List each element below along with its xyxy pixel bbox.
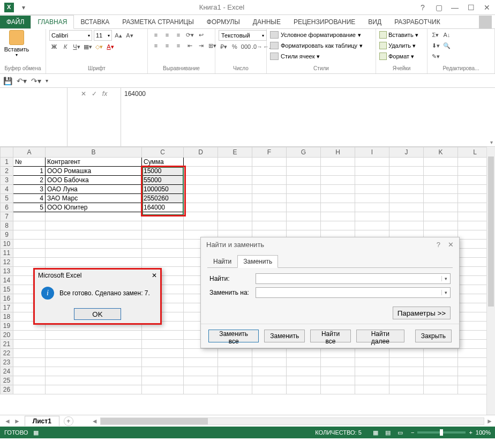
tab-layout[interactable]: РАЗМЕТКА СТРАНИЦЫ [116, 16, 200, 28]
cell[interactable]: 2 [13, 176, 46, 185]
tab-review[interactable]: РЕЦЕНЗИРОВАНИЕ [287, 16, 362, 28]
sheet-nav-next-icon[interactable]: ► [14, 417, 20, 425]
tab-home[interactable]: ГЛАВНАЯ [31, 15, 74, 29]
row-header[interactable]: 11 [1, 249, 13, 258]
col-header[interactable]: K [424, 147, 458, 158]
qat-customize-icon[interactable]: ▾ [46, 78, 48, 84]
name-box[interactable] [0, 88, 68, 146]
underline-button[interactable]: Ч▾ [72, 42, 81, 51]
sheet-tab[interactable]: Лист1 [25, 416, 59, 426]
fr-tab-replace[interactable]: Заменить [237, 255, 278, 268]
row-header[interactable]: 22 [1, 349, 13, 358]
cell[interactable]: ООО Юпитер [46, 203, 142, 212]
conditional-format-button[interactable]: Условное форматирование▾ [270, 30, 372, 40]
undo-icon[interactable]: ↶▾ [17, 77, 27, 85]
align-top-icon[interactable]: ≡ [151, 30, 161, 40]
find-icon[interactable]: 🔍 [442, 41, 452, 50]
cell[interactable]: ЗАО Марс [46, 194, 142, 203]
tab-view[interactable]: ВИД [362, 16, 388, 28]
row-header[interactable]: 14 [1, 276, 13, 285]
fx-icon[interactable]: fx [102, 90, 107, 98]
row-header[interactable]: 18 [1, 312, 13, 322]
col-header[interactable]: E [218, 147, 252, 158]
col-header[interactable]: C [142, 147, 184, 158]
row-header[interactable]: 6 [1, 203, 13, 212]
replace-dropdown-icon[interactable]: ▾ [441, 290, 450, 295]
row-header[interactable]: 8 [1, 221, 13, 230]
zoom-in-icon[interactable]: + [469, 429, 472, 436]
tab-developer[interactable]: РАЗРАБОТЧИК [388, 16, 447, 28]
cell[interactable]: 4 [13, 194, 46, 203]
font-name-select[interactable]: Calibri▾ [49, 30, 92, 41]
col-header[interactable]: D [184, 147, 218, 158]
qat-dropdown[interactable]: ▾ [18, 2, 29, 13]
italic-button[interactable]: К [61, 42, 70, 51]
align-right-icon[interactable]: ≡ [174, 41, 183, 50]
cell[interactable]: ОАО Луна [46, 185, 142, 194]
view-layout-icon[interactable]: ▤ [382, 429, 393, 436]
format-cells-button[interactable]: Формат▾ [379, 51, 424, 61]
border-button[interactable]: ▦▾ [83, 42, 93, 51]
increase-font-icon[interactable]: A▴ [114, 31, 123, 40]
cell[interactable]: Контрагент [46, 158, 142, 167]
row-header[interactable]: 21 [1, 340, 13, 349]
wrap-icon[interactable]: ↩ [196, 30, 206, 40]
row-header[interactable]: 12 [1, 258, 13, 267]
user-avatar[interactable] [479, 16, 492, 28]
paste-button[interactable]: Вставить▾ [3, 30, 30, 57]
col-header[interactable]: H [321, 147, 355, 158]
replace-button[interactable]: Заменить [264, 330, 305, 342]
tab-formulas[interactable]: ФОРМУЛЫ [200, 16, 246, 28]
font-size-select[interactable]: 11▾ [94, 30, 112, 41]
tab-file[interactable]: ФАЙЛ [0, 16, 31, 28]
close-icon[interactable]: ✕ [479, 1, 495, 14]
params-button[interactable]: Параметры >> [393, 307, 451, 319]
format-as-table-button[interactable]: Форматировать как таблицу▾ [270, 41, 372, 50]
horizontal-scrollbar[interactable]: ◄► [89, 417, 495, 425]
row-header[interactable]: 16 [1, 294, 13, 303]
replace-input[interactable]: ▾ [256, 287, 451, 298]
cell-styles-button[interactable]: Стили ячеек▾ [270, 51, 372, 61]
row-header[interactable]: 10 [1, 240, 13, 249]
indent-dec-icon[interactable]: ⇤ [185, 41, 194, 50]
row-header[interactable]: 5 [1, 194, 13, 203]
row-header[interactable]: 2 [1, 167, 13, 176]
row-header[interactable]: 9 [1, 230, 13, 240]
row-header[interactable]: 23 [1, 358, 13, 367]
currency-icon[interactable]: ₽▾ [219, 42, 228, 51]
dialog-close-icon[interactable]: ✕ [152, 272, 157, 279]
find-next-button[interactable]: Найти далее [356, 330, 404, 342]
vertical-scrollbar[interactable] [486, 147, 495, 415]
cell[interactable]: ООО Ромашка [46, 167, 142, 176]
view-pagebreak-icon[interactable]: ▭ [395, 429, 406, 436]
row-header[interactable]: 7 [1, 212, 13, 221]
col-header[interactable]: J [389, 147, 424, 158]
number-format-select[interactable]: Текстовый▾ [219, 30, 267, 41]
ok-button[interactable]: OK [74, 308, 121, 320]
cell[interactable]: ООО Бабочка [46, 176, 142, 185]
fill-icon[interactable]: ⬇▾ [431, 41, 440, 50]
col-header[interactable]: F [252, 147, 287, 158]
help-icon[interactable]: ? [415, 1, 431, 14]
cell[interactable]: 1 [13, 167, 46, 176]
redo-icon[interactable]: ↷▾ [31, 77, 41, 85]
cell[interactable]: 1000050 [142, 185, 184, 194]
orient-icon[interactable]: ⟳▾ [185, 30, 194, 40]
inc-decimal-icon[interactable]: .0→ [252, 42, 262, 51]
align-left-icon[interactable]: ≡ [151, 41, 161, 50]
fill-color-button[interactable]: ◇▾ [94, 42, 104, 51]
find-all-button[interactable]: Найти все [310, 330, 351, 342]
maximize-icon[interactable]: ☐ [463, 1, 479, 14]
cell[interactable]: № [13, 158, 46, 167]
sheet-nav-prev-icon[interactable]: ◄ [4, 417, 11, 425]
ribbon-toggle-icon[interactable]: ▢ [431, 1, 447, 14]
align-center-icon[interactable]: ≡ [162, 41, 172, 50]
enter-formula-icon[interactable]: ✓ [92, 90, 97, 98]
replace-all-button[interactable]: Заменить все [208, 330, 259, 342]
fr-close-icon[interactable]: ✕ [448, 241, 454, 249]
find-input[interactable]: ▾ [256, 273, 451, 284]
row-header[interactable]: 25 [1, 376, 13, 385]
cell[interactable]: 15000 [142, 167, 184, 176]
fr-tab-find[interactable]: Найти [207, 255, 237, 268]
row-header[interactable]: 4 [1, 185, 13, 194]
